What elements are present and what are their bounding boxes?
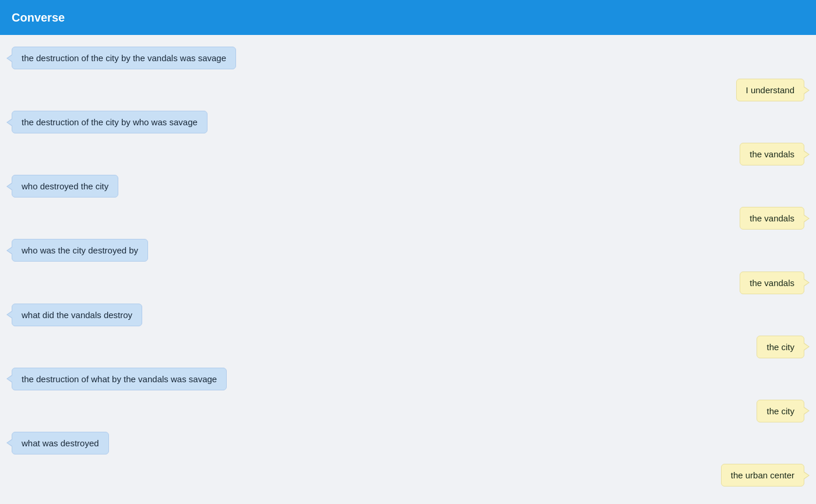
- app-header: Converse: [0, 0, 816, 35]
- message-row-5: who destroyed the city: [12, 175, 804, 198]
- chat-container: the destruction of the city by the vanda…: [0, 35, 816, 504]
- message-row-14: the urban center: [12, 464, 804, 487]
- bubble-4[interactable]: the vandals: [740, 143, 804, 165]
- message-row-11: the destruction of what by the vandals w…: [12, 368, 804, 390]
- bubble-8[interactable]: the vandals: [740, 272, 804, 294]
- message-row-6: the vandals: [12, 207, 804, 230]
- bubble-11[interactable]: the destruction of what by the vandals w…: [12, 368, 227, 390]
- message-row-1: the destruction of the city by the vanda…: [12, 47, 804, 69]
- bubble-1[interactable]: the destruction of the city by the vanda…: [12, 47, 236, 69]
- message-row-13: what was destroyed: [12, 432, 804, 454]
- message-row-2: I understand: [12, 79, 804, 101]
- bubble-3[interactable]: the destruction of the city by who was s…: [12, 111, 207, 133]
- bubble-12[interactable]: the city: [757, 400, 804, 422]
- message-row-9: what did the vandals destroy: [12, 304, 804, 326]
- bubble-10[interactable]: the city: [757, 336, 804, 358]
- bubble-14[interactable]: the urban center: [721, 464, 804, 487]
- bubble-13[interactable]: what was destroyed: [12, 432, 109, 454]
- message-row-8: the vandals: [12, 272, 804, 294]
- bubble-6[interactable]: the vandals: [740, 207, 804, 230]
- message-row-4: the vandals: [12, 143, 804, 165]
- app-title: Converse: [12, 11, 65, 24]
- bubble-2[interactable]: I understand: [736, 79, 804, 101]
- message-row-7: who was the city destroyed by: [12, 239, 804, 262]
- message-row-12: the city: [12, 400, 804, 422]
- message-row-3: the destruction of the city by who was s…: [12, 111, 804, 133]
- bubble-5[interactable]: who destroyed the city: [12, 175, 118, 198]
- bubble-9[interactable]: what did the vandals destroy: [12, 304, 142, 326]
- bubble-7[interactable]: who was the city destroyed by: [12, 239, 148, 262]
- message-row-10: the city: [12, 336, 804, 358]
